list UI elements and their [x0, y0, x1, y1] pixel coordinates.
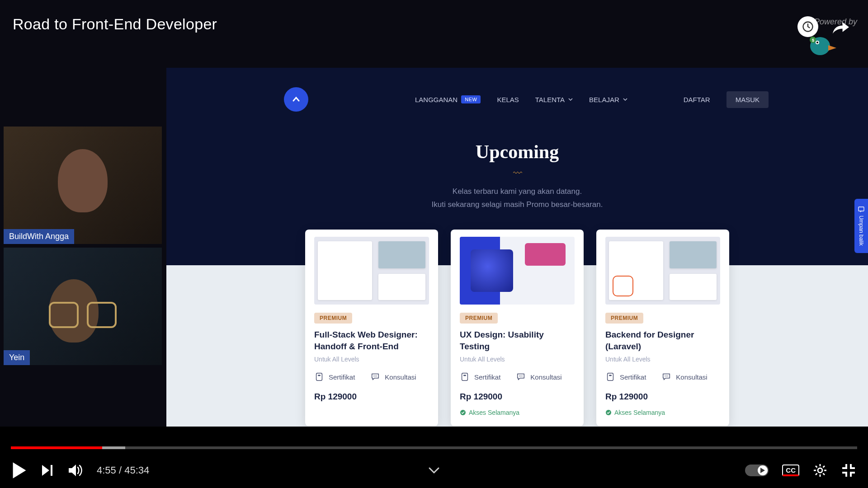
card-thumb	[314, 237, 429, 305]
feedback-tab[interactable]: Umpan balik	[854, 199, 868, 253]
svg-point-8	[374, 376, 375, 377]
duration: 45:34	[124, 465, 149, 476]
meta-label: Konsultasi	[530, 373, 561, 381]
svg-point-14	[520, 376, 521, 377]
play-icon	[12, 461, 27, 479]
meta-label: Konsultasi	[385, 373, 416, 381]
laravel-icon	[613, 276, 633, 296]
webcam-tile: Yein	[4, 248, 162, 365]
hero-sub-line: Kelas terbaru kami yang akan datang.	[166, 185, 868, 198]
svg-rect-23	[859, 207, 864, 211]
chat-icon	[661, 372, 671, 382]
nav-langganan[interactable]: LANGGANAN NEW	[415, 95, 481, 103]
card-price: Rp 129000	[460, 392, 575, 402]
extra-label: Akses Selamanya	[469, 409, 519, 416]
certificate-icon	[460, 372, 470, 382]
svg-point-3	[816, 42, 818, 43]
time-display: 4:55 / 45:34	[97, 465, 149, 476]
consult-meta: Konsultasi	[370, 372, 416, 382]
nav-belajar[interactable]: BELAJAR	[589, 96, 627, 103]
consult-meta: Konsultasi	[516, 372, 561, 382]
svg-rect-18	[609, 375, 612, 376]
premium-badge: PREMIUM	[314, 313, 352, 324]
autoplay-toggle[interactable]	[745, 465, 769, 476]
webcam-name-label: Yein	[4, 350, 30, 365]
svg-point-10	[376, 376, 377, 377]
next-icon	[41, 464, 54, 477]
player-controls: 4:55 / 45:34 CC	[0, 453, 868, 488]
webcam-stack: BuildWith Angga Yein	[4, 127, 162, 369]
nav-daftar[interactable]: DAFTAR	[684, 96, 710, 103]
streamyard-bird-icon: $	[807, 32, 838, 61]
chat-icon	[516, 372, 526, 382]
nav-kelas[interactable]: KELAS	[497, 96, 519, 103]
site-nav: LANGGANAN NEW KELAS TALENTA BELAJAR DAFT…	[284, 87, 769, 112]
svg-point-19	[665, 376, 666, 377]
nav-label: TALENTA	[535, 96, 565, 103]
progress-played	[11, 446, 102, 449]
new-badge: NEW	[461, 95, 481, 103]
cards-row: PREMIUM Full-Stack Web Designer: Handoff…	[166, 230, 868, 426]
hero-sub-line: Ikuti sekarang selagi masih Promo besar-…	[166, 198, 868, 211]
nav-masuk-button[interactable]: MASUK	[726, 91, 769, 108]
svg-point-13	[519, 376, 520, 377]
volume-icon	[68, 464, 83, 477]
course-card[interactable]: PREMIUM UX Design: Usability Testing Unt…	[451, 230, 584, 426]
volume-button[interactable]	[68, 464, 83, 477]
meta-label: Sertifikat	[474, 373, 500, 381]
course-card[interactable]: PREMIUM Backend for Designer (Laravel) U…	[596, 230, 729, 426]
svg-point-15	[522, 376, 523, 377]
svg-point-9	[375, 376, 376, 377]
certificate-meta: Sertifikat	[460, 372, 500, 382]
consult-meta: Konsultasi	[661, 372, 707, 382]
site-logo[interactable]	[284, 87, 308, 112]
meta-label: Sertifikat	[620, 373, 646, 381]
next-button[interactable]	[41, 464, 54, 477]
svg-line-31	[823, 474, 825, 475]
play-button[interactable]	[12, 461, 27, 479]
captions-button[interactable]: CC	[782, 465, 799, 476]
svg-line-32	[816, 474, 817, 475]
meta-label: Konsultasi	[676, 373, 707, 381]
current-time: 4:55	[97, 465, 116, 476]
glasses-icon	[49, 302, 117, 320]
autoplay-play-icon	[760, 467, 765, 474]
certificate-meta: Sertifikat	[605, 372, 646, 382]
progress-bar[interactable]	[11, 446, 857, 449]
svg-rect-11	[462, 373, 468, 381]
logo-caret-icon	[292, 95, 301, 104]
course-card[interactable]: PREMIUM Full-Stack Web Designer: Handoff…	[305, 230, 438, 426]
card-meta: Sertifikat Konsultasi	[605, 372, 720, 382]
svg-line-33	[823, 466, 825, 468]
card-title: Full-Stack Web Designer: Handoff & Front…	[314, 329, 429, 352]
hero-subtitle: Kelas terbaru kami yang akan datang. Iku…	[166, 185, 868, 211]
card-thumb	[460, 237, 575, 305]
svg-rect-6	[316, 373, 322, 381]
feedback-icon	[858, 206, 864, 213]
svg-text:$: $	[812, 38, 814, 42]
webcam-tile: BuildWith Angga	[4, 127, 162, 244]
svg-rect-17	[608, 373, 613, 381]
certificate-icon	[314, 372, 324, 382]
check-icon	[460, 409, 466, 416]
check-icon	[605, 409, 612, 416]
card-price: Rp 129000	[605, 392, 720, 402]
chevron-down-icon	[623, 97, 627, 102]
svg-rect-7	[318, 375, 321, 376]
exit-fullscreen-button[interactable]	[841, 463, 856, 478]
premium-badge: PREMIUM	[460, 313, 498, 324]
nav-talenta[interactable]: TALENTA	[535, 96, 573, 103]
svg-point-20	[666, 376, 667, 377]
svg-rect-24	[51, 465, 52, 476]
svg-point-21	[667, 376, 668, 377]
card-extra: Akses Selamanya	[460, 409, 575, 416]
chapters-button[interactable]	[428, 467, 440, 474]
video-stage: Road to Front-End Developer Powered by $…	[0, 0, 868, 427]
exit-fullscreen-icon	[841, 463, 856, 478]
chevron-down-icon	[568, 97, 573, 102]
settings-button[interactable]	[813, 463, 827, 478]
squiggle-icon: 〰	[513, 168, 521, 178]
certificate-meta: Sertifikat	[314, 372, 355, 382]
gear-icon	[813, 463, 827, 478]
webcam-name-label: BuildWith Angga	[4, 229, 74, 244]
